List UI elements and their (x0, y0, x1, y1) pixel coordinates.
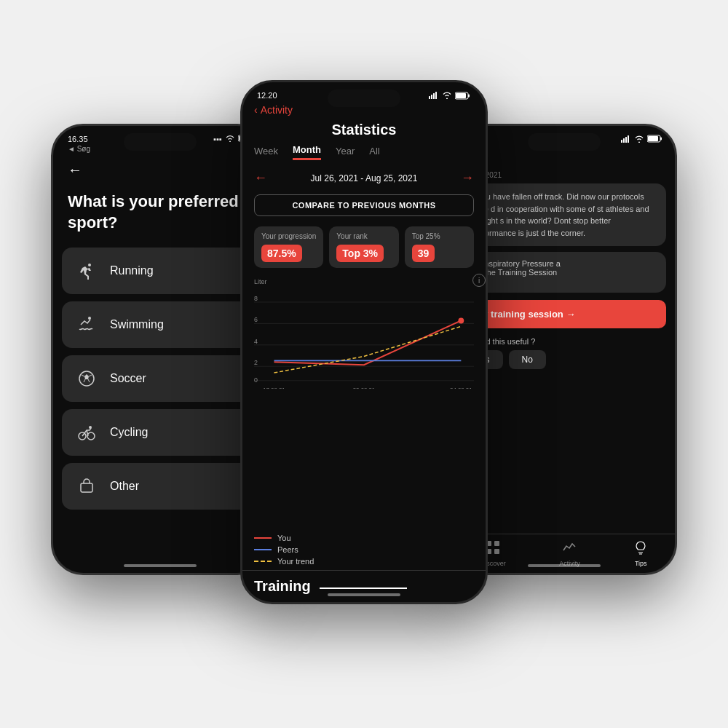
legend-trend-label: Your trend (277, 557, 314, 566)
legend-peers-label: Peers (277, 545, 298, 554)
other-icon (74, 473, 100, 499)
soccer-icon (74, 365, 100, 392)
chart-area: Liter i 8 6 4 2 (242, 274, 486, 529)
training-section: Training (242, 570, 486, 602)
app-scene: 16.35 ▪▪▪ (36, 51, 692, 677)
legend-you: You (254, 534, 474, 542)
tab-year[interactable]: Year (336, 146, 355, 159)
back-chevron: ‹ (254, 104, 258, 116)
swimming-label: Swimming (110, 318, 164, 331)
back-to-activity[interactable]: ‹ Activity (254, 104, 293, 116)
center-time: 12.20 (257, 91, 277, 100)
svg-rect-39 (494, 541, 499, 546)
feedback-buttons: Yes No (462, 350, 666, 369)
top25-value: 39 (412, 245, 435, 262)
sport-item-other[interactable]: Other (62, 463, 258, 510)
next-date-arrow[interactable]: → (461, 170, 474, 186)
svg-text:6: 6 (254, 316, 258, 323)
left-back-button[interactable]: ← (53, 157, 267, 183)
sport-item-soccer[interactable]: Soccer (62, 355, 258, 402)
left-page-title: What is your preferred sport? (53, 183, 267, 248)
feedback-label: you find this useful ? (462, 337, 666, 346)
rank-label: Your rank (336, 232, 391, 240)
back-label: Activity (261, 104, 293, 116)
date-range-label: Jul 26, 2021 - Aug 25, 2021 (311, 173, 418, 183)
running-icon (74, 258, 100, 284)
chart-info-icon[interactable]: i (472, 274, 486, 287)
legend-you-label: You (277, 534, 291, 542)
svg-rect-12 (433, 93, 435, 99)
center-home-bar (328, 593, 400, 596)
tab-all[interactable]: All (369, 146, 379, 159)
nav-tips[interactable]: Tips (633, 540, 648, 567)
svg-text:24.08.21: 24.08.21 (450, 387, 472, 389)
legend-peers-line (254, 549, 272, 550)
discover-icon (486, 540, 500, 558)
tab-row: Week Month Year All (242, 144, 486, 166)
center-page-header: Statistics (242, 119, 486, 144)
sport-list: Running Swimming (53, 248, 267, 573)
svg-rect-9 (81, 483, 92, 492)
svg-point-8 (89, 426, 92, 429)
left-screen: 16.35 ▪▪▪ (53, 126, 267, 573)
svg-rect-36 (648, 136, 658, 141)
secondary-message: ou Inspiratory Pressure aTry the Trainin… (462, 252, 666, 293)
right-status-icons (621, 135, 663, 143)
cycling-icon (74, 419, 100, 446)
rank-card: Your rank Top 3% (329, 226, 398, 268)
progression-card: Your progression 87.5% (254, 226, 323, 268)
legend-trend-line (254, 561, 272, 562)
svg-text:8: 8 (254, 295, 258, 302)
svg-rect-13 (435, 92, 437, 99)
feedback-section: you find this useful ? Yes No (462, 337, 666, 369)
soccer-label: Soccer (110, 372, 146, 385)
you-endpoint (458, 318, 464, 324)
tab-month[interactable]: Month (293, 144, 321, 160)
right-home-bar (528, 564, 601, 567)
compare-button[interactable]: COMPARE TO PREVIOUS MONTHS (254, 194, 474, 216)
training-title: Training (254, 578, 311, 594)
sport-item-cycling[interactable]: Cycling (62, 409, 258, 456)
svg-rect-11 (431, 95, 432, 99)
svg-text:0: 0 (254, 376, 258, 384)
message-bubble: e you have fallen off track. Did now our… (462, 183, 666, 246)
no-button[interactable]: No (509, 350, 546, 369)
right-camera-pill (528, 133, 601, 151)
legend-you-line (254, 537, 272, 539)
swimming-icon (74, 312, 100, 338)
prev-date-arrow[interactable]: ← (254, 170, 267, 186)
left-wifi-icon (225, 135, 235, 143)
progression-value: 87.5% (261, 245, 302, 262)
svg-text:23.08.21: 23.08.21 (353, 387, 375, 389)
rank-value: Top 3% (336, 245, 384, 262)
svg-text:2: 2 (254, 359, 258, 366)
svg-point-3 (88, 317, 91, 320)
svg-rect-15 (456, 93, 466, 98)
cta-training-session-button[interactable]: Try training session → (462, 300, 666, 328)
legend-trend: Your trend (254, 557, 474, 566)
svg-text:4: 4 (254, 338, 258, 345)
stats-cards-row: Your progression 87.5% Your rank Top 3% … (242, 221, 486, 274)
statistics-chart: 8 6 4 2 0 17.08.21 23.08.21 24.08.21 (254, 287, 474, 389)
legend-peers: Peers (254, 545, 474, 554)
activity-icon (562, 540, 577, 558)
nav-activity[interactable]: Activity (559, 540, 580, 567)
tab-week[interactable]: Week (254, 146, 278, 159)
sport-item-running[interactable]: Running (62, 248, 258, 294)
svg-marker-5 (84, 374, 89, 379)
center-camera-pill (328, 90, 400, 107)
left-camera-pill (124, 133, 197, 151)
date-navigation: ← Jul 26, 2021 - Aug 25, 2021 → (242, 166, 486, 190)
phone-left: 16.35 ▪▪▪ (51, 124, 269, 575)
progression-label: Your progression (261, 232, 316, 240)
tips-icon (633, 540, 648, 558)
center-status-icons (429, 92, 471, 100)
sport-item-swimming[interactable]: Swimming (62, 301, 258, 348)
chart-y-label: Liter (254, 278, 267, 285)
other-label: Other (110, 480, 139, 493)
phone-center: 12.20 ‹ Activity Statistics (240, 80, 488, 604)
top25-label: Top 25% (412, 232, 467, 240)
left-home-bar (124, 564, 197, 567)
top25-card: Top 25% 39 (405, 226, 474, 268)
svg-rect-37 (660, 138, 662, 141)
